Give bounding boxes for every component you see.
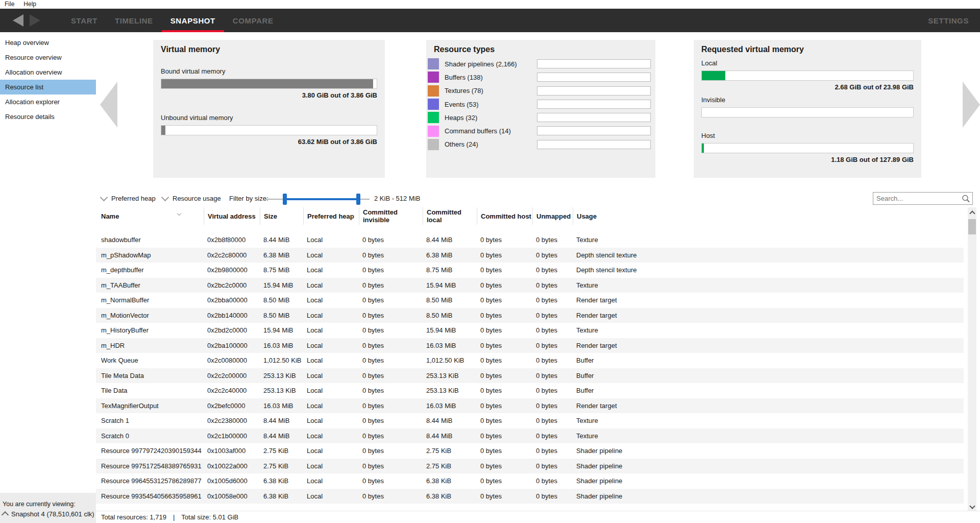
column-header-committed-host[interactable]: Committed host	[477, 207, 532, 225]
column-header-unmapped[interactable]: Unmapped	[532, 207, 573, 225]
cell: 0 bytes	[477, 312, 532, 319]
table-row[interactable]: Resource 99751725483897659310x10022a0002…	[96, 459, 964, 474]
cell: 6.38 MiB	[423, 251, 477, 259]
cell: 8.50 MiB	[260, 296, 303, 304]
column-header-preferred-heap[interactable]: Preferred heap	[303, 207, 359, 225]
resource-type-row: Buffers (138)	[428, 70, 651, 84]
cell: 0 bytes	[532, 492, 573, 500]
back-arrow-icon[interactable]	[13, 14, 23, 27]
sidebar-item-resource-details[interactable]: Resource details	[0, 109, 96, 124]
table-row[interactable]: m_NormalBuffer0x2bba000008.50 MiBLocal0 …	[96, 293, 964, 308]
table-row[interactable]: m_TAABuffer0x2bc2c000015.94 MiBLocal0 by…	[96, 278, 964, 293]
column-header-committed-local[interactable]: Committed local	[423, 207, 477, 225]
resource-type-label: Textures (78)	[445, 87, 483, 94]
carousel-prev-button[interactable]	[100, 82, 117, 128]
size-range-value: 2 KiB - 512 MiB	[374, 195, 420, 202]
cell: 6.38 MiB	[260, 251, 303, 259]
cell: Resource 9935454056635958961	[96, 492, 204, 500]
table-row[interactable]: Tile Data0x2c2c40000253.13 KiBLocal0 byt…	[96, 383, 964, 398]
cell: 0 bytes	[359, 447, 423, 455]
cell: 2.75 KiB	[260, 447, 303, 455]
resource-type-label: Others (24)	[445, 140, 478, 148]
cell: Buffer	[573, 387, 964, 394]
scroll-up-button[interactable]	[968, 207, 976, 218]
memory-bar-fill	[702, 144, 704, 153]
cell: 0x2c2c00000	[204, 372, 260, 379]
menu-file[interactable]: File	[0, 0, 19, 9]
cell: Scratch 1	[96, 417, 204, 424]
filter-by-size-label: Filter by size:	[229, 195, 268, 202]
scroll-down-button[interactable]	[968, 502, 976, 512]
search-box	[873, 192, 973, 205]
cell: 15.94 MiB	[423, 281, 477, 289]
resource-type-swatch	[428, 112, 439, 123]
memory-bar-caption: 63.62 MiB out of 3.86 GiB	[161, 138, 377, 146]
cell: m_HistoryBuffer	[96, 326, 204, 334]
cell: 0 bytes	[532, 342, 573, 349]
chevron-up-icon[interactable]	[2, 511, 9, 518]
forward-arrow-icon[interactable]	[30, 14, 40, 27]
app-window: FileHelp STARTTIMELINESNAPSHOTCOMPARE SE…	[0, 0, 980, 523]
cell: 0x2bd2c0000	[204, 326, 260, 334]
cell: 0 bytes	[359, 236, 423, 244]
tab-start[interactable]: START	[62, 9, 106, 32]
cell: Shader pipeline	[573, 492, 964, 500]
cell: 0 bytes	[532, 312, 573, 319]
menu-help[interactable]: Help	[19, 0, 41, 9]
table-row[interactable]: Resource 99779724203901593440x1003af0002…	[96, 443, 964, 459]
table-row[interactable]: Resource 99354540566359589610x10058e0006…	[96, 489, 964, 504]
carousel-next-button[interactable]	[963, 82, 980, 128]
status-bar: Total resources: 1,719 | Total size: 5.0…	[96, 511, 980, 523]
cell: Tile Meta Data	[96, 372, 204, 379]
slider-handle-min[interactable]	[283, 194, 287, 205]
table-row[interactable]: m_pShadowMap0x2c2c800006.38 MiBLocal0 by…	[96, 248, 964, 263]
preferred-heap-dropdown[interactable]: Preferred heap	[101, 193, 156, 203]
sidebar-item-allocation-overview[interactable]: Allocation overview	[0, 65, 96, 80]
sidebar-item-resource-overview[interactable]: Resource overview	[0, 50, 96, 65]
cell: 0 bytes	[359, 432, 423, 440]
column-header-committed-invisible[interactable]: Committed invisible	[359, 207, 423, 225]
table-row[interactable]: shadowbuffer0x2b8f800008.44 MiBLocal0 by…	[96, 232, 964, 248]
memory-bar-caption: 2.68 GiB out of 23.98 GiB	[701, 83, 914, 91]
chevron-down-icon	[100, 193, 108, 201]
status-separator: |	[173, 513, 175, 521]
cell: 0 bytes	[532, 387, 573, 394]
column-header-virtual-address[interactable]: Virtual address	[204, 207, 260, 225]
tab-settings[interactable]: SETTINGS	[928, 9, 969, 32]
column-header-name[interactable]: Name	[96, 207, 204, 225]
table-row[interactable]: m_HistoryBuffer0x2bd2c000015.94 MiBLocal…	[96, 323, 964, 338]
search-input[interactable]	[873, 193, 962, 204]
memory-bar-label: Local	[701, 59, 914, 67]
table-row[interactable]: Work Queue0x2c00800001,012.50 KiBLocal0 …	[96, 353, 964, 368]
cell: Local	[303, 372, 359, 379]
table-row[interactable]: Tile Meta Data0x2c2c00000253.13 KiBLocal…	[96, 368, 964, 384]
column-header-size[interactable]: Size	[260, 207, 303, 225]
column-header-usage[interactable]: Usage	[573, 207, 964, 225]
tab-timeline[interactable]: TIMELINE	[106, 9, 162, 32]
table-row[interactable]: m_HDR0x2ba10000016.03 MiBLocal0 bytes16.…	[96, 338, 964, 353]
resource-type-label: Buffers (138)	[445, 74, 483, 81]
size-range-slider[interactable]	[266, 193, 370, 205]
tab-compare[interactable]: COMPARE	[224, 9, 282, 32]
cell: 0 bytes	[532, 477, 573, 485]
snapshot-status: You are currently viewing: Snapshot 4 (7…	[0, 493, 96, 523]
slider-handle-max[interactable]	[356, 194, 360, 205]
vertical-scrollbar[interactable]	[968, 207, 976, 512]
sidebar-item-allocation-explorer[interactable]: Allocation explorer	[0, 94, 96, 109]
sidebar-item-resource-list[interactable]: Resource list	[0, 80, 96, 94]
table-row[interactable]: Resource 99645531257862898770x1005d60006…	[96, 473, 964, 489]
table-row[interactable]: m_MotionVector0x2bb1400008.50 MiBLocal0 …	[96, 308, 964, 323]
table-row[interactable]: Scratch 10x2c23800008.44 MiBLocal0 bytes…	[96, 413, 964, 429]
table-row[interactable]: m_depthbuffer0x2b98000008.75 MiBLocal0 b…	[96, 263, 964, 278]
cell: m_MotionVector	[96, 312, 204, 319]
cell: 0 bytes	[532, 356, 573, 364]
resource-usage-dropdown[interactable]: Resource usage	[162, 193, 221, 203]
sidebar-item-heap-overview[interactable]: Heap overview	[0, 35, 96, 50]
resource-type-bar	[537, 140, 651, 149]
table-row[interactable]: Scratch 00x2c1b000008.44 MiBLocal0 bytes…	[96, 429, 964, 444]
scrollbar-thumb[interactable]	[968, 219, 976, 234]
table-row[interactable]: TexMagnifierOutput0x2befc000016.03 MiBLo…	[96, 398, 964, 414]
cell: Tile Data	[96, 387, 204, 394]
tab-snapshot[interactable]: SNAPSHOT	[162, 9, 224, 32]
cell: Texture	[573, 236, 964, 244]
